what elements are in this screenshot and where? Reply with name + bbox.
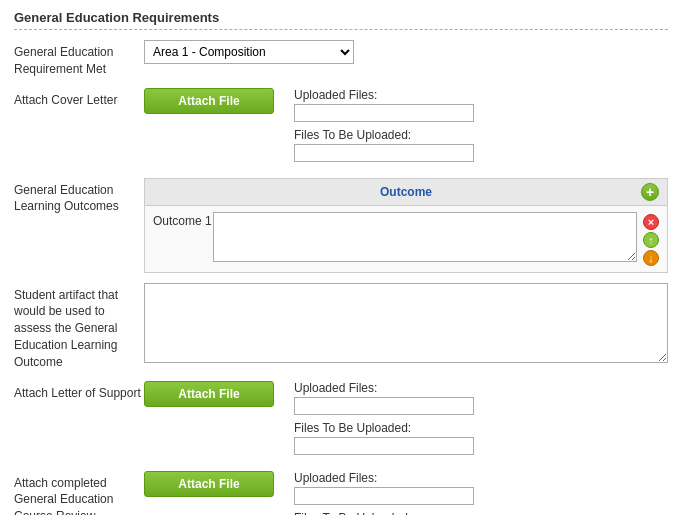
outcomes-header: Outcome + xyxy=(145,179,667,206)
letter-of-support-label: Attach Letter of Support xyxy=(14,381,144,402)
outcomes-section: Outcome + Outcome 1 × ↑ ↓ xyxy=(144,178,668,273)
course-review-label: Attach completed General Education Cours… xyxy=(14,471,144,515)
learning-outcomes-label: General Education Learning Outcomes xyxy=(14,178,144,216)
letter-files-to-upload-box xyxy=(294,437,474,455)
letter-uploaded-files-box xyxy=(294,397,474,415)
outcome-1-actions: × ↑ ↓ xyxy=(643,212,659,266)
artifact-textarea[interactable] xyxy=(144,283,668,363)
outcome-row-1: Outcome 1 × ↑ ↓ xyxy=(145,206,667,272)
cover-uploaded-files-label: Uploaded Files: xyxy=(294,88,494,102)
add-outcome-button[interactable]: + xyxy=(641,183,659,201)
course-review-uploaded-files-box xyxy=(294,487,474,505)
outcome-1-delete-icon[interactable]: × xyxy=(643,214,659,230)
artifact-label: Student artifact that would be used to a… xyxy=(14,283,144,371)
outcome-1-down-icon[interactable]: ↓ xyxy=(643,250,659,266)
requirement-dropdown[interactable]: Area 1 - Composition Area 2 - Communicat… xyxy=(144,40,354,64)
section-title: General Education Requirements xyxy=(14,10,668,30)
course-review-files-to-upload-label: Files To Be Uploaded: xyxy=(294,511,494,515)
outcome-1-label: Outcome 1 xyxy=(153,212,213,228)
course-review-uploaded-files-label: Uploaded Files: xyxy=(294,471,494,485)
attach-cover-letter-button[interactable]: Attach File xyxy=(144,88,274,114)
outcomes-column-header: Outcome xyxy=(171,185,641,199)
letter-uploaded-files-label: Uploaded Files: xyxy=(294,381,494,395)
cover-files-to-upload-box xyxy=(294,144,474,162)
cover-files-to-upload-label: Files To Be Uploaded: xyxy=(294,128,494,142)
requirement-label: General Education Requirement Met xyxy=(14,40,144,78)
cover-uploaded-files-box xyxy=(294,104,474,122)
outcome-1-textarea[interactable] xyxy=(213,212,637,262)
attach-course-review-button[interactable]: Attach File xyxy=(144,471,274,497)
attach-letter-button[interactable]: Attach File xyxy=(144,381,274,407)
outcome-1-up-icon[interactable]: ↑ xyxy=(643,232,659,248)
letter-files-to-upload-label: Files To Be Uploaded: xyxy=(294,421,494,435)
cover-letter-label: Attach Cover Letter xyxy=(14,88,144,109)
